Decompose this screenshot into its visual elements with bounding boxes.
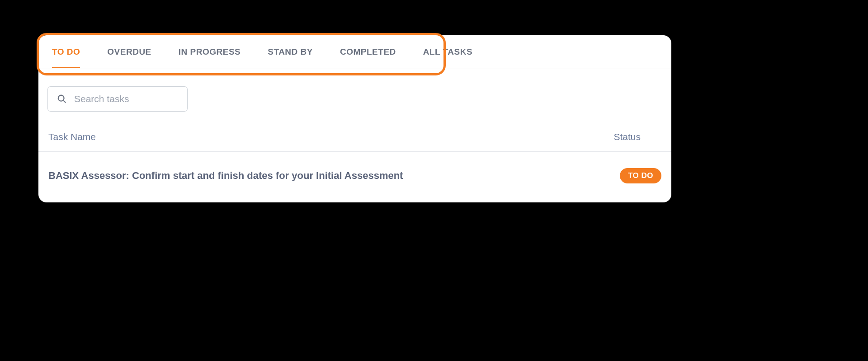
column-header-task-name: Task Name bbox=[48, 131, 96, 142]
tab-in-progress[interactable]: IN PROGRESS bbox=[179, 36, 252, 68]
task-name: BASIX Assessor: Confirm start and finish… bbox=[48, 170, 403, 182]
search-input[interactable] bbox=[74, 94, 178, 104]
status-badge: TO DO bbox=[620, 168, 661, 183]
tab-to-do[interactable]: TO DO bbox=[52, 36, 92, 68]
column-header-status: Status bbox=[613, 131, 641, 142]
table-row[interactable]: BASIX Assessor: Confirm start and finish… bbox=[38, 152, 671, 202]
svg-point-0 bbox=[58, 95, 64, 101]
tab-completed[interactable]: COMPLETED bbox=[340, 36, 408, 68]
search-icon bbox=[57, 94, 67, 104]
svg-line-1 bbox=[63, 100, 66, 103]
tab-all-tasks[interactable]: ALL TASKS bbox=[423, 36, 484, 68]
table-header: Task Name Status bbox=[38, 112, 671, 152]
search-area bbox=[38, 69, 671, 112]
tabs-bar: TO DO OVERDUE IN PROGRESS STAND BY COMPL… bbox=[38, 35, 671, 69]
search-box[interactable] bbox=[47, 86, 188, 112]
tasks-card: TO DO OVERDUE IN PROGRESS STAND BY COMPL… bbox=[38, 35, 671, 202]
tab-stand-by[interactable]: STAND BY bbox=[268, 36, 325, 68]
tab-overdue[interactable]: OVERDUE bbox=[107, 36, 163, 68]
